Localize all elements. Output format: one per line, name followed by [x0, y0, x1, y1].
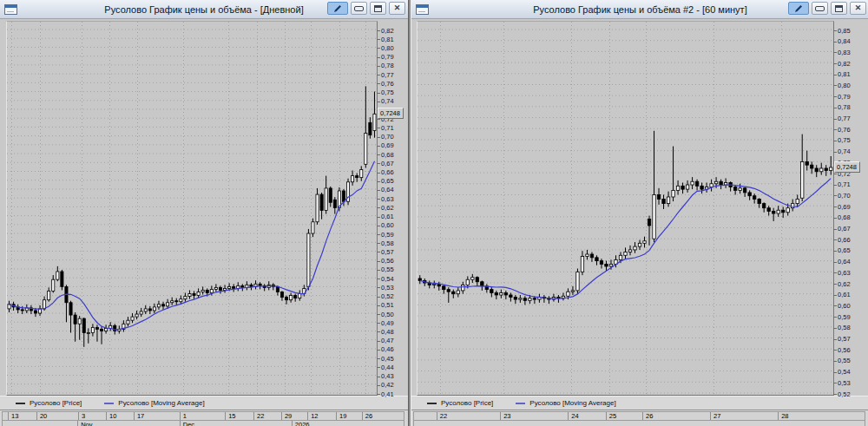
y-tick-label: 0,45 [381, 355, 394, 363]
close-button[interactable]: ✕ [850, 2, 866, 15]
chart-legend: Русолово [Price] Русолово [Moving Averag… [0, 396, 408, 410]
y-tick [377, 48, 380, 49]
pencil-icon [793, 3, 804, 14]
y-tick [377, 173, 380, 174]
y-tick-label: 0,63 [838, 269, 851, 277]
y-tick-label: 0,53 [838, 379, 851, 387]
trading-terminal: Русолово График цены и объёма - [Дневной… [0, 0, 868, 426]
y-tick [833, 305, 837, 306]
minimize-button[interactable] [812, 2, 828, 15]
y-tick [833, 206, 837, 207]
time-axis-label: 3 [82, 412, 85, 420]
time-axis-divider [568, 412, 569, 420]
time-axis-divider [8, 412, 9, 420]
minimize-icon [354, 6, 364, 11]
y-tick-label: 0,61 [381, 213, 394, 220]
y-tick [377, 350, 380, 351]
titlebar[interactable]: Русолово График цены и объёма - [Дневной… [0, 0, 408, 19]
time-axis[interactable]: 22232425262728 [411, 410, 868, 426]
draw-tool-button[interactable] [327, 2, 348, 15]
y-tick [377, 243, 380, 244]
titlebar[interactable]: Русолово График цены и объёма #2 - [60 м… [411, 0, 868, 19]
y-tick [833, 141, 837, 141]
y-tick-label: 0,50 [381, 311, 394, 318]
draw-tool-button[interactable] [788, 2, 809, 15]
time-axis-label: 12 [311, 412, 318, 420]
y-tick-label: 0,79 [381, 53, 394, 61]
maximize-button[interactable] [831, 2, 847, 15]
y-tick [377, 181, 380, 182]
close-icon: ✕ [855, 4, 862, 12]
legend-label: Русолово [Moving Average] [529, 399, 615, 407]
candlestick-chart[interactable] [6, 21, 378, 396]
time-axis-label: 28 [781, 412, 788, 420]
y-tick-label: 0,47 [381, 337, 394, 344]
current-price-tag: 0,7248 [378, 108, 404, 119]
legend-item-ma: Русолово [Moving Average] [104, 399, 204, 407]
time-axis-label: 13 [11, 412, 18, 420]
y-tick [377, 83, 380, 84]
y-tick [833, 272, 837, 273]
y-tick-label: 0,44 [381, 364, 394, 371]
y-tick [833, 85, 837, 86]
time-axis-label: 22 [257, 412, 264, 420]
y-tick-label: 0,71 [381, 124, 394, 132]
y-tick [377, 93, 380, 94]
y-tick-label: 0,58 [381, 239, 394, 247]
chart-window-hourly: Русолово График цены и объёма #2 - [60 м… [411, 0, 868, 426]
chart-window-daily: Русолово График цены и объёма - [Дневной… [0, 0, 409, 426]
y-tick-label: 0,63 [381, 195, 394, 203]
y-tick [377, 207, 380, 208]
y-tick-label: 0,64 [381, 186, 394, 193]
y-tick [377, 128, 380, 128]
y-tick [833, 284, 837, 285]
y-tick-label: 0,49 [381, 319, 394, 327]
time-axis-months[interactable] [413, 420, 865, 426]
y-tick-label: 0,61 [838, 291, 851, 298]
minimize-button[interactable] [351, 2, 367, 15]
y-tick-label: 0,76 [838, 126, 851, 134]
y-tick-label: 0,60 [838, 302, 851, 310]
y-tick [833, 119, 837, 120]
y-tick-label: 0,62 [838, 280, 851, 288]
y-tick-label: 0,59 [381, 231, 394, 239]
price-axis[interactable]: 0,820,810,800,790,780,770,760,750,740,73… [376, 21, 408, 396]
y-tick [833, 328, 837, 329]
y-tick-label: 0,68 [838, 213, 851, 221]
y-tick [833, 63, 837, 64]
y-tick-label: 0,75 [381, 88, 394, 96]
y-tick-label: 0,52 [838, 390, 851, 398]
y-tick-label: 0,82 [381, 27, 394, 35]
y-tick [377, 252, 380, 252]
y-tick [377, 199, 380, 200]
y-tick [833, 42, 837, 43]
y-tick [377, 287, 380, 288]
maximize-button[interactable] [370, 2, 386, 15]
time-axis-label: Dec [183, 421, 194, 426]
time-axis-months[interactable]: NovDec2026 [2, 420, 404, 426]
time-axis-divider [180, 421, 181, 426]
time-axis-label: 24 [571, 412, 578, 420]
y-tick [377, 261, 380, 262]
y-tick-label: 0,80 [838, 82, 851, 89]
chart-area: 0,820,810,800,790,780,770,760,750,740,73… [0, 19, 408, 396]
y-tick-label: 0,56 [838, 346, 851, 354]
y-tick-label: 0,66 [381, 168, 394, 176]
y-tick-label: 0,84 [838, 37, 851, 45]
y-tick-label: 0,71 [838, 180, 851, 188]
y-tick-label: 0,54 [838, 368, 851, 376]
y-tick [833, 361, 837, 362]
time-axis-divider [500, 412, 501, 420]
y-tick [377, 234, 380, 235]
y-tick [377, 377, 380, 377]
time-axis-label: 20 [40, 412, 47, 420]
current-price-tag: 0,7248 [834, 161, 860, 173]
y-tick [833, 350, 837, 351]
candlestick-chart[interactable] [417, 21, 834, 396]
y-tick [377, 39, 380, 40]
price-axis[interactable]: 0,850,840,830,820,810,800,790,780,770,76… [832, 21, 868, 396]
close-button[interactable]: ✕ [389, 2, 405, 15]
y-tick-label: 0,75 [838, 136, 851, 144]
y-tick [833, 174, 837, 174]
time-axis[interactable]: 1320310171152229121926 NovDec2026 [0, 410, 408, 426]
